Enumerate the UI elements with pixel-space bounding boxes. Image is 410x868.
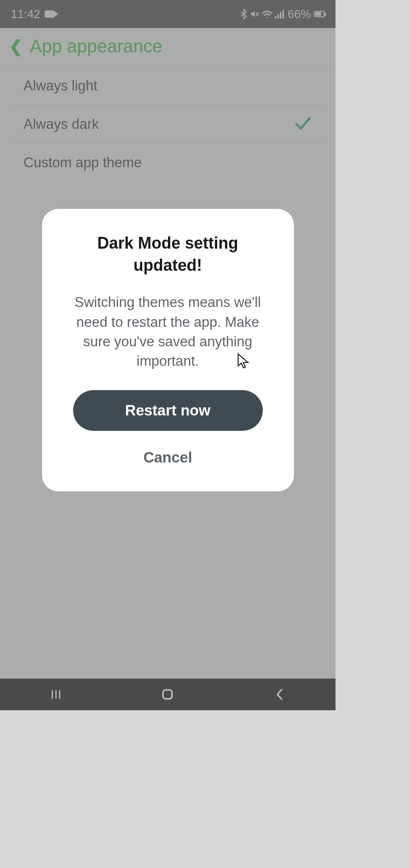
recents-button[interactable] xyxy=(33,688,79,701)
cancel-button[interactable]: Cancel xyxy=(61,443,275,472)
restart-modal: Dark Mode setting updated! Switching the… xyxy=(42,209,294,491)
home-button[interactable] xyxy=(145,688,190,701)
svg-rect-7 xyxy=(163,690,172,699)
back-button[interactable] xyxy=(257,688,302,701)
modal-title: Dark Mode setting updated! xyxy=(61,232,275,276)
mouse-cursor-icon xyxy=(237,353,250,370)
android-nav-bar xyxy=(0,679,335,710)
restart-now-button[interactable]: Restart now xyxy=(73,390,263,431)
